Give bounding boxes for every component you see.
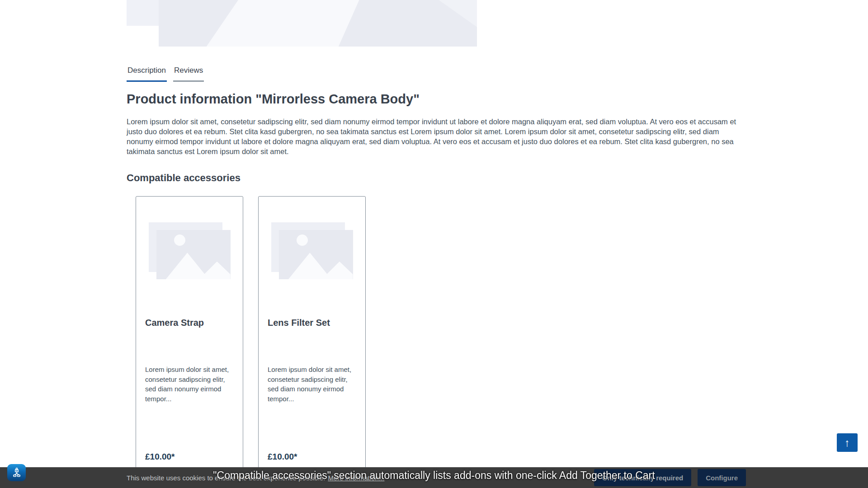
accessory-price: £10.00* bbox=[145, 451, 234, 462]
privacy-lock-network-icon bbox=[11, 467, 23, 479]
compatible-accessories-heading: Compatible accessories bbox=[127, 172, 241, 184]
only-technically-required-button[interactable]: Only technically required bbox=[594, 469, 691, 486]
accessory-card-lens-filter-set: Lens Filter Set Lorem ipsum dolor sit am… bbox=[258, 196, 366, 488]
accessory-price: £10.00* bbox=[268, 451, 356, 462]
placeholder-front-rect bbox=[159, 0, 477, 47]
placeholder-sun-circle bbox=[297, 235, 308, 246]
cookie-more-info-link[interactable]: More information... bbox=[328, 474, 384, 482]
tab-description[interactable]: Description bbox=[127, 66, 167, 82]
scroll-to-top-button[interactable]: ↑ bbox=[837, 433, 858, 452]
accessory-image-link[interactable] bbox=[145, 206, 234, 310]
accessory-title[interactable]: Camera Strap bbox=[145, 317, 234, 328]
product-info-heading: Product information "Mirrorless Camera B… bbox=[127, 92, 420, 107]
cookie-consent-bar: This website uses cookies to ensure the … bbox=[0, 467, 868, 488]
accessory-title[interactable]: Lens Filter Set bbox=[268, 317, 356, 328]
accessory-description: Lorem ipsum dolor sit amet, consetetur s… bbox=[268, 365, 356, 404]
placeholder-back-rect bbox=[127, 0, 159, 26]
product-tabs: Description Reviews bbox=[127, 66, 204, 82]
accessory-description: Lorem ipsum dolor sit amet, consetetur s… bbox=[145, 365, 234, 404]
privacy-settings-button[interactable] bbox=[7, 464, 26, 481]
product-description: Lorem ipsum dolor sit amet, consetetur s… bbox=[127, 117, 741, 156]
accessories-list: Camera Strap Lorem ipsum dolor sit amet,… bbox=[136, 196, 366, 488]
tab-reviews[interactable]: Reviews bbox=[173, 66, 204, 82]
product-image-placeholder bbox=[127, 0, 477, 47]
image-placeholder-icon bbox=[271, 222, 353, 279]
cookie-actions: Only technically required Configure bbox=[594, 469, 746, 486]
configure-button[interactable]: Configure bbox=[698, 469, 746, 486]
accessory-image-link[interactable] bbox=[268, 206, 356, 310]
cookie-message: This website uses cookies to ensure the … bbox=[127, 467, 384, 488]
image-placeholder-icon bbox=[149, 222, 231, 279]
arrow-up-icon: ↑ bbox=[844, 437, 850, 448]
accessory-card-camera-strap: Camera Strap Lorem ipsum dolor sit amet,… bbox=[136, 196, 243, 488]
placeholder-sun-circle bbox=[174, 235, 185, 246]
